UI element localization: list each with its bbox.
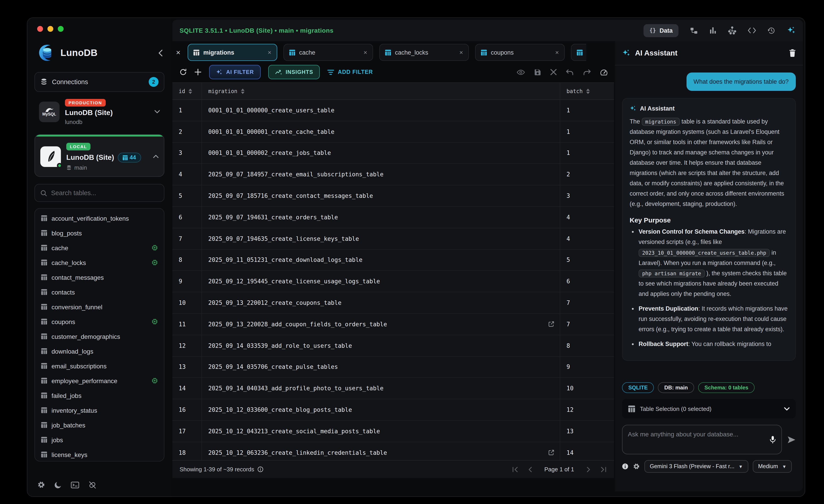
cell-batch[interactable]: 9 — [560, 357, 614, 378]
sidebar-table-item[interactable]: cache — [35, 240, 164, 255]
cell-batch[interactable]: 4 — [560, 207, 614, 228]
table-row[interactable]: 20001_01_01_000001_create_cache_table1 — [173, 121, 614, 143]
cell-id[interactable]: 17 — [173, 421, 202, 442]
cell-id[interactable]: 14 — [173, 378, 202, 399]
ai-filter-button[interactable]: AI FILTER — [209, 65, 261, 79]
schema-structure-icon[interactable] — [690, 27, 698, 34]
data-view-button[interactable]: {} Data — [644, 24, 679, 37]
cell-batch[interactable]: 4 — [560, 228, 614, 249]
microphone-icon[interactable] — [769, 435, 776, 444]
table-row[interactable]: 72025_09_07_194635_create_license_keys_t… — [173, 228, 614, 250]
cell-batch[interactable]: 2 — [560, 164, 614, 185]
cell-migration[interactable]: 2025_09_14_033539_add_role_to_users_tabl… — [202, 335, 560, 356]
sidebar-collapse-icon[interactable] — [159, 49, 163, 56]
column-header-batch[interactable]: batch — [560, 83, 614, 99]
tab-partial[interactable]: × — [571, 44, 586, 61]
cell-migration[interactable]: 2025_09_14_040343_add_profile_photo_to_u… — [202, 378, 560, 399]
ai-assistant-sparkles-icon[interactable] — [787, 26, 796, 35]
chevron-down-icon[interactable] — [154, 110, 160, 113]
cell-migration[interactable]: 2025_09_13_220012_create_coupons_table — [202, 292, 560, 313]
sidebar-table-item[interactable]: email_subscriptions — [35, 359, 164, 373]
sidebar-table-item[interactable]: blog_posts — [35, 226, 164, 240]
cell-batch[interactable]: 7 — [560, 314, 614, 335]
tab-close-icon[interactable]: × — [268, 49, 272, 56]
bar-chart-icon[interactable] — [709, 27, 717, 34]
sidebar-table-item[interactable]: conversion_funnel — [35, 299, 164, 314]
effort-selector[interactable]: Medium▼ — [753, 460, 792, 473]
sort-icon[interactable] — [189, 89, 192, 94]
connection-item-production[interactable]: MySQL PRODUCTION LunoDB (Site) lunodb — [34, 92, 164, 132]
link-off-icon[interactable] — [88, 481, 97, 489]
cell-migration[interactable]: 2025_09_11_051231_create_download_logs_t… — [202, 250, 560, 271]
cell-id[interactable]: 8 — [173, 250, 202, 271]
cell-migration[interactable]: 2025_09_13_220028_add_coupon_fields_to_o… — [202, 314, 560, 335]
cell-migration[interactable]: 2025_10_12_043213_create_social_media_po… — [202, 421, 560, 442]
performance-gauge-icon[interactable] — [600, 69, 608, 76]
code-icon[interactable] — [748, 27, 756, 33]
cell-migration[interactable]: 2025_10_12_063236_create_linkedin_creden… — [202, 442, 560, 460]
save-icon[interactable] — [534, 69, 541, 76]
context-badge-gray[interactable]: DB: main — [658, 382, 694, 393]
sidebar-table-item[interactable]: contacts — [35, 285, 164, 299]
sidebar-table-item[interactable]: license_keys — [35, 447, 164, 462]
sidebar-table-item[interactable]: account_verification_tokens — [35, 211, 164, 226]
sidebar-table-item[interactable]: coupons — [35, 314, 164, 329]
tab-cache_locks[interactable]: cache_locks× — [379, 44, 469, 61]
cell-batch[interactable]: 3 — [560, 185, 614, 206]
next-page-icon[interactable] — [587, 467, 591, 472]
cell-batch[interactable]: 5 — [560, 250, 614, 271]
cell-batch[interactable]: 12 — [560, 399, 614, 420]
terminal-icon[interactable] — [71, 481, 79, 488]
expand-row-icon[interactable] — [548, 450, 554, 456]
search-input[interactable] — [51, 190, 159, 197]
chat-settings-gear-icon[interactable] — [633, 463, 640, 470]
table-row[interactable]: 30001_01_01_000002_create_jobs_table1 — [173, 143, 614, 164]
theme-moon-icon[interactable] — [54, 481, 62, 489]
sidebar-table-item[interactable]: job_batches — [35, 418, 164, 432]
info-icon[interactable] — [257, 467, 263, 472]
cell-id[interactable]: 1 — [173, 100, 202, 121]
history-icon[interactable] — [767, 27, 775, 34]
first-page-icon[interactable] — [512, 467, 518, 472]
chat-input-box[interactable] — [622, 425, 782, 454]
cell-batch[interactable]: 10 — [560, 378, 614, 399]
preview-eye-icon[interactable] — [517, 69, 525, 75]
cell-id[interactable]: 16 — [173, 399, 202, 420]
cell-batch[interactable]: 6 — [560, 271, 614, 292]
cell-id[interactable]: 11 — [173, 314, 202, 335]
cell-id[interactable]: 7 — [173, 228, 202, 249]
cell-migration[interactable]: 2025_09_07_194635_create_license_keys_ta… — [202, 228, 560, 249]
sort-icon[interactable] — [586, 89, 590, 94]
model-selector[interactable]: Gemini 3 Flash (Preview - Fast r...▼ — [644, 460, 748, 473]
cell-migration[interactable]: 2025_09_12_195445_create_license_usage_l… — [202, 271, 560, 292]
clear-chat-trash-icon[interactable] — [789, 49, 796, 57]
table-row[interactable]: 92025_09_12_195445_create_license_usage_… — [173, 271, 614, 292]
cell-migration[interactable]: 2025_09_07_185716_create_contact_message… — [202, 185, 560, 206]
cell-id[interactable]: 9 — [173, 271, 202, 292]
connections-toggle[interactable]: Connections 2 — [34, 72, 164, 92]
table-row[interactable]: 42025_09_07_184957_create_email_subscrip… — [173, 164, 614, 185]
minimize-window-button[interactable] — [47, 26, 53, 32]
table-row[interactable]: 52025_09_07_185716_create_contact_messag… — [173, 185, 614, 207]
table-row[interactable]: 82025_09_11_051231_create_download_logs_… — [173, 250, 614, 271]
table-row[interactable]: 162025_10_12_033600_create_blog_posts_ta… — [173, 399, 614, 421]
cell-migration[interactable]: 2025_09_07_184957_create_email_subscript… — [202, 164, 560, 185]
table-search[interactable] — [34, 184, 164, 202]
add-row-icon[interactable] — [194, 69, 202, 76]
tab-coupons[interactable]: coupons× — [475, 44, 565, 61]
tab-cache[interactable]: cache× — [284, 44, 373, 61]
sidebar-table-item[interactable]: employee_performance — [35, 373, 164, 388]
tab-migrations[interactable]: migrations× — [188, 44, 277, 61]
cell-id[interactable]: 3 — [173, 143, 202, 163]
prev-page-icon[interactable] — [528, 467, 532, 472]
cell-migration[interactable]: 0001_01_01_000000_create_users_table — [202, 100, 560, 121]
cell-batch[interactable]: 14 — [560, 442, 614, 460]
table-row[interactable]: 142025_09_14_040343_add_profile_photo_to… — [173, 378, 614, 399]
cell-migration[interactable]: 2025_10_12_033600_create_blog_posts_tabl… — [202, 399, 560, 420]
table-row[interactable]: 122025_09_14_033539_add_role_to_users_ta… — [173, 335, 614, 357]
column-header-id[interactable]: id — [173, 83, 202, 99]
sidebar-table-item[interactable]: customer_demographics — [35, 329, 164, 344]
context-badge-green[interactable]: Schema: 0 tables — [698, 382, 754, 393]
graph-nodes-icon[interactable] — [728, 26, 736, 34]
cell-batch[interactable]: 7 — [560, 292, 614, 313]
